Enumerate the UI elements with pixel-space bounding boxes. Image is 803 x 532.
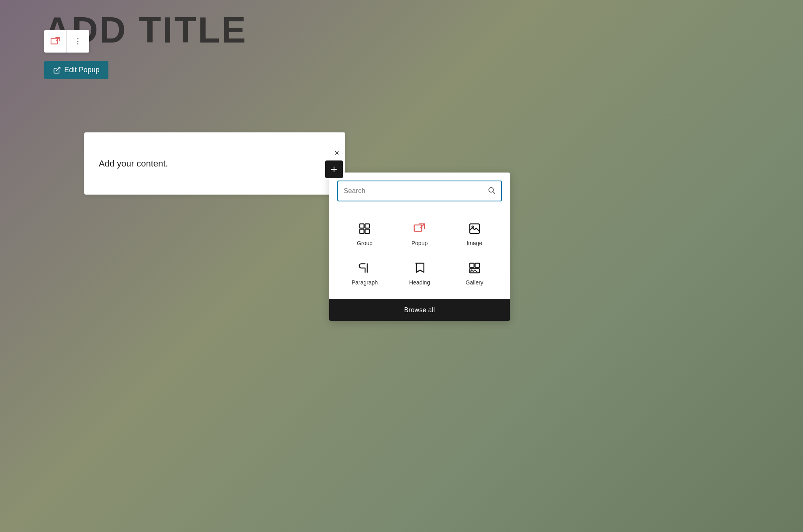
block-label-gallery: Gallery	[465, 279, 483, 286]
popup-icon	[50, 36, 61, 47]
block-item-paragraph[interactable]: Paragraph	[337, 254, 392, 293]
svg-point-2	[77, 41, 79, 42]
close-button[interactable]: ×	[330, 146, 343, 159]
svg-rect-15	[475, 263, 479, 268]
group-icon	[357, 221, 372, 236]
dots-icon	[73, 37, 82, 46]
block-item-group[interactable]: Group	[337, 214, 392, 254]
popup-block-icon	[412, 221, 427, 236]
search-input[interactable]	[344, 187, 487, 195]
svg-line-6	[493, 191, 495, 193]
svg-rect-14	[470, 263, 474, 268]
block-item-popup[interactable]: Popup	[392, 214, 447, 254]
add-block-button[interactable]: +	[325, 160, 343, 178]
content-block: Add your content.	[84, 132, 345, 195]
svg-rect-9	[360, 229, 364, 234]
block-label-popup: Popup	[412, 240, 428, 246]
gallery-icon	[467, 261, 482, 275]
block-label-image: Image	[467, 240, 482, 246]
image-icon	[467, 221, 482, 236]
block-grid: Group Popup Image	[329, 208, 510, 299]
svg-rect-10	[365, 229, 370, 234]
svg-rect-0	[51, 38, 57, 44]
toolbar	[44, 30, 89, 53]
block-item-image[interactable]: Image	[447, 214, 502, 254]
block-label-group: Group	[357, 240, 373, 246]
block-inserter-panel: Group Popup Image	[329, 173, 510, 321]
edit-popup-button[interactable]: Edit Popup	[44, 61, 108, 79]
svg-point-1	[77, 38, 79, 39]
external-link-icon	[53, 66, 61, 74]
heading-icon	[412, 261, 427, 275]
block-label-heading: Heading	[409, 279, 430, 286]
search-area	[329, 173, 510, 208]
search-icon	[487, 186, 495, 196]
svg-rect-7	[360, 224, 364, 228]
browse-all-button[interactable]: Browse all	[329, 299, 510, 321]
block-item-heading[interactable]: Heading	[392, 254, 447, 293]
more-options-button[interactable]	[67, 30, 89, 53]
search-wrapper	[337, 181, 502, 201]
svg-rect-11	[414, 225, 422, 231]
popup-icon-button[interactable]	[44, 30, 67, 53]
svg-point-3	[77, 43, 79, 45]
svg-rect-8	[365, 224, 370, 228]
block-item-gallery[interactable]: Gallery	[447, 254, 502, 293]
svg-line-4	[56, 67, 60, 71]
paragraph-icon	[357, 261, 372, 275]
block-label-paragraph: Paragraph	[352, 279, 378, 286]
content-placeholder: Add your content.	[99, 158, 168, 169]
